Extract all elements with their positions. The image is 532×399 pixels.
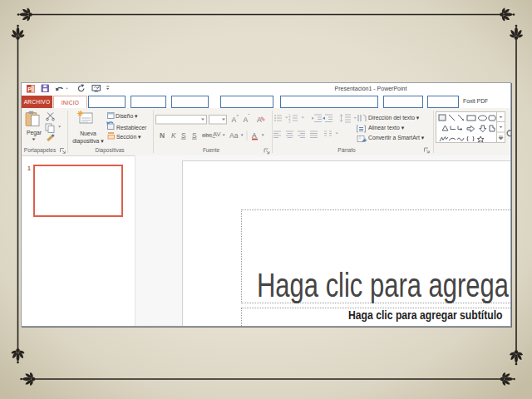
svg-text:P: P xyxy=(27,86,32,92)
svg-text:ˇ: ˇ xyxy=(249,113,250,118)
svg-text:S: S xyxy=(192,131,197,140)
svg-text:3: 3 xyxy=(288,120,291,124)
svg-text:abc: abc xyxy=(202,131,212,139)
svg-text:A: A xyxy=(257,116,262,124)
svg-text:S: S xyxy=(181,131,186,140)
svg-text:K: K xyxy=(171,131,176,140)
svg-text:^: ^ xyxy=(237,114,239,119)
svg-text:Aa: Aa xyxy=(229,131,239,140)
svg-text:A: A xyxy=(252,131,257,140)
svg-text:AV: AV xyxy=(213,131,220,138)
svg-text:N: N xyxy=(160,131,165,140)
